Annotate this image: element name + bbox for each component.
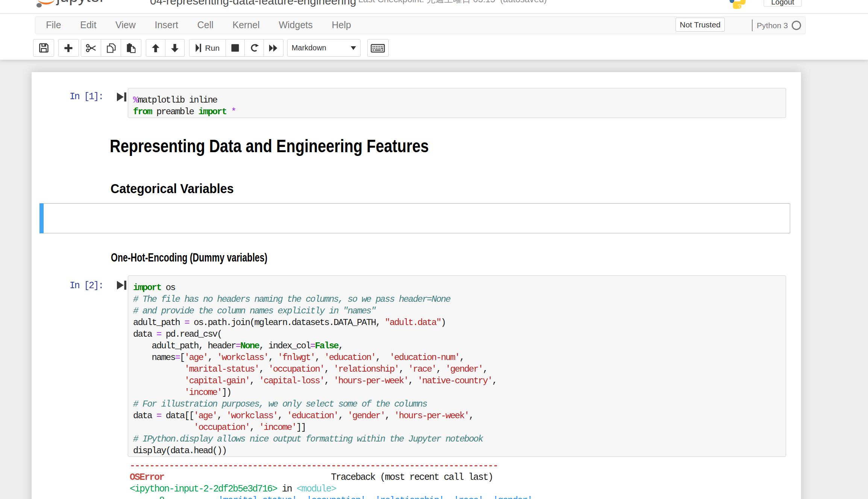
token-pl: os <box>161 283 175 293</box>
code-line: data = data[['age', 'workclass', 'educat… <box>133 410 786 422</box>
code-line: data = pd.read_csv( <box>133 328 786 340</box>
token-op: = <box>175 352 180 363</box>
kernel-indicator: Python 3 <box>752 17 801 34</box>
code-line: # For illustration purposes, we only sel… <box>133 398 786 410</box>
plus-icon <box>64 43 73 53</box>
cell2-input-prompt: In [2]: <box>39 275 103 292</box>
menu-view[interactable]: View <box>106 17 145 34</box>
token-tg: <ipython-input-2-2df2b5e3d716> <box>130 484 277 494</box>
menu-insert[interactable]: Insert <box>145 17 188 34</box>
code-line: 'income']) <box>133 387 786 398</box>
copy-icon <box>106 43 116 53</box>
token-pl: , <box>376 352 389 363</box>
token-tb: 'marital-status' <box>218 495 297 499</box>
token-pl: , <box>208 352 217 363</box>
stop-button[interactable] <box>226 39 245 57</box>
trust-status-button[interactable]: Not Trusted <box>676 18 725 32</box>
cell2-run-marker-icon[interactable] <box>117 281 126 290</box>
token-pl: data <box>133 411 156 421</box>
menu-file[interactable]: File <box>36 17 71 34</box>
output-line: <ipython-input-2-2df2b5e3d716> in <modul… <box>130 483 818 495</box>
cut-icon <box>86 43 96 53</box>
paste-icon <box>126 43 136 53</box>
save-button[interactable] <box>33 39 54 57</box>
command-palette-button[interactable] <box>367 39 389 57</box>
save-icon <box>39 43 49 53</box>
selected-empty-cell[interactable] <box>39 203 790 233</box>
cell1-run-marker-icon[interactable] <box>117 92 126 101</box>
logout-button[interactable]: Logout <box>763 0 802 7</box>
kernel-idle-icon <box>792 21 801 30</box>
menu-edit[interactable]: Edit <box>71 17 106 34</box>
token-pl: , <box>338 411 348 421</box>
restart-run-all-button[interactable] <box>264 39 283 57</box>
menu-cell[interactable]: Cell <box>188 17 223 34</box>
token-st: 'capital-gain' <box>184 376 250 386</box>
token-pl: , index_col <box>259 341 310 351</box>
toolbar-group-palette <box>367 39 389 57</box>
insert-cell-below-button[interactable] <box>58 39 79 57</box>
token-st: 'income' <box>259 422 296 432</box>
token-pl: , <box>483 364 487 374</box>
token-pl: , <box>436 364 445 374</box>
menu-help[interactable]: Help <box>322 17 361 34</box>
token-pl: Traceback (most recent call last) <box>331 472 493 483</box>
menu-kernel[interactable]: Kernel <box>223 17 269 34</box>
header-top-row: jupyter 04-representing-data-feature-eng… <box>0 0 868 14</box>
checkpoint-text: Last Checkpoint: 先週土曜日 03:15 <box>358 0 495 4</box>
token-pl: os.path.join(mglearn.datasets.DATA_PATH, <box>189 318 385 328</box>
token-op: = <box>236 341 240 351</box>
cell2-error-output: ----------------------------------------… <box>130 460 818 499</box>
run-button[interactable]: Run <box>189 39 226 57</box>
code-line: %matplotlib inline <box>133 94 786 106</box>
cell2-code-editor[interactable]: import os# The file has no headers namin… <box>128 275 786 457</box>
token-kw: from <box>133 107 152 117</box>
code-line: 'capital-gain', 'capital-loss', 'hours-p… <box>133 375 786 387</box>
move-cell-down-button[interactable] <box>165 39 185 57</box>
token-pl: , <box>483 495 493 499</box>
token-pl: , <box>492 376 497 386</box>
token-pl: , <box>217 411 226 421</box>
selected-cell-indicator <box>39 203 44 233</box>
notebook-title[interactable]: 04-representing-data-feature-engineering <box>150 0 356 7</box>
paste-cell-button[interactable] <box>121 39 141 57</box>
token-st: 'education' <box>324 352 376 363</box>
token-pl: adult_path, header <box>133 341 236 351</box>
markdown-h2[interactable]: Categorical Variables <box>111 181 234 197</box>
cell-type-select[interactable]: Markdown <box>287 39 361 57</box>
token-kw: import <box>198 107 226 117</box>
token-st: 'occupation' <box>268 364 324 374</box>
token-pl: , <box>532 495 537 499</box>
token-pl <box>133 376 184 386</box>
cut-cell-button[interactable] <box>81 39 101 57</box>
run-button-label: Run <box>205 44 220 53</box>
menu-widgets[interactable]: Widgets <box>269 17 322 34</box>
token-tg: 8 <box>159 495 164 499</box>
toolbar-group-save <box>33 39 54 57</box>
output-line: 8 'marital-status', 'occupation', 'relat… <box>130 495 818 499</box>
markdown-h1[interactable]: Representing Data and Engineering Featur… <box>110 136 429 157</box>
token-pl: data[[ <box>161 411 194 421</box>
token-pl <box>133 364 184 374</box>
token-pl <box>133 422 194 432</box>
code-line: from preamble import * <box>133 106 786 118</box>
restart-kernel-button[interactable] <box>245 39 264 57</box>
kernel-name: Python 3 <box>757 21 792 30</box>
code-line: adult_path, header=None, index_col=False… <box>133 340 786 352</box>
move-cell-up-button[interactable] <box>146 39 165 57</box>
copy-cell-button[interactable] <box>101 39 121 57</box>
token-pl: , <box>268 352 278 363</box>
token-st: 'hours-per-week' <box>333 376 408 386</box>
markdown-h3[interactable]: One-Hot-Encoding (Dummy variables) <box>111 251 267 265</box>
autosave-status: (autosaved) <box>500 0 547 4</box>
arrow-down-icon <box>170 43 180 53</box>
token-op: = <box>310 341 315 351</box>
token-pl: , <box>324 376 334 386</box>
token-st: 'relationship' <box>333 364 399 374</box>
code-line: # and provide the column names explicitl… <box>133 305 786 317</box>
token-pl: , <box>259 364 268 374</box>
cell1-code-editor[interactable]: %matplotlib inlinefrom preamble import * <box>128 88 786 118</box>
token-st: 'capital-loss' <box>259 376 324 386</box>
token-pl: names <box>133 352 175 363</box>
arrow-up-icon <box>151 43 161 53</box>
